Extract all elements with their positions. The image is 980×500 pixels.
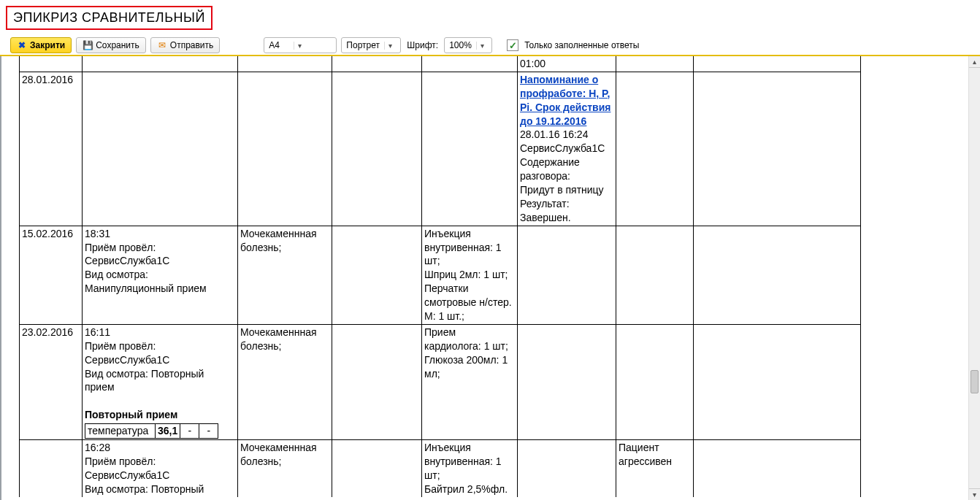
page-title-text: ЭПИКРИЗ СРАВНИТЕЛЬНЫЙ: [13, 10, 205, 25]
cut-time: 01:00: [520, 58, 545, 69]
document-area: 01:00 28.01.2016 Напоминание о профработ…: [0, 56, 980, 500]
cell-c8: [694, 72, 861, 226]
chevron-down-icon: ▾: [294, 42, 305, 50]
scroll-down-icon[interactable]: ▾: [969, 488, 980, 500]
page-title: ЭПИКРИЗ СРАВНИТЕЛЬНЫЙ: [6, 6, 213, 30]
filled-only-checkbox[interactable]: ✓: [507, 39, 518, 51]
zoom-select[interactable]: 100% ▾: [444, 37, 492, 53]
table-row: 28.01.2016 Напоминание о профработе: H, …: [20, 72, 861, 226]
cell-diagnosis: [238, 72, 332, 226]
cell-reception: 16:11 Приём провёл: СервисСлужба1С Вид о…: [83, 324, 238, 439]
vital-dash: -: [180, 424, 199, 439]
font-label: Шрифт:: [405, 40, 440, 50]
vital-dash: -: [199, 424, 218, 439]
cell-c7: Пациент агрессивен: [616, 440, 694, 497]
zoom-value: 100%: [445, 40, 476, 50]
filled-only-label: Только заполненные ответы: [523, 40, 640, 50]
cell-treatment: Инъекция внутривенная: 1 шт; Байтрил 2,5…: [422, 440, 518, 497]
cell-date: 23.02.2016: [20, 324, 83, 439]
envelope-icon: ✉: [157, 40, 167, 50]
cell-treatment: [422, 72, 518, 226]
table-row: 16:28 Приём провёл: СервисСлужба1С Вид о…: [20, 440, 861, 497]
table-row: 15.02.2016 18:31 Приём провёл: СервисСлу…: [20, 226, 861, 324]
note-text: 28.01.16 16:24 СервисСлужба1С Содержание…: [520, 128, 605, 223]
sub-header: Повторный прием: [85, 409, 177, 420]
cell-notes: [518, 440, 616, 497]
save-button[interactable]: 💾 Сохранить: [76, 37, 146, 53]
paper-size-select[interactable]: A4 ▾: [264, 37, 337, 53]
cell-c7: [616, 72, 694, 226]
cell-notes: Напоминание о профработе: H, P, Pi. Срок…: [518, 72, 616, 226]
send-button[interactable]: ✉ Отправить: [150, 37, 221, 53]
cell-c4: [332, 440, 422, 497]
cell-c4: [332, 226, 422, 324]
cell-c7: [616, 226, 694, 324]
cell-diagnosis: Мочекаменнная болезнь;: [238, 440, 332, 497]
cell-notes: [518, 324, 616, 439]
close-icon: ✖: [17, 40, 27, 50]
cell-c8: [694, 226, 861, 324]
table-row-cut: 01:00: [20, 56, 861, 72]
cell-reception: 18:31 Приём провёл: СервисСлужба1С Вид о…: [83, 226, 238, 324]
cell-c4: [332, 72, 422, 226]
cell-c4: [332, 324, 422, 439]
cell-reception: 16:28 Приём провёл: СервисСлужба1С Вид о…: [83, 440, 238, 497]
chevron-down-icon: ▾: [384, 42, 396, 50]
vital-label: температура: [85, 424, 156, 439]
cut-time-cell: 01:00: [518, 56, 616, 72]
toolbar: ✖ Закрити 💾 Сохранить ✉ Отправить A4 ▾ П…: [10, 36, 640, 54]
cell-treatment: Прием кардиолога: 1 шт; Глюкоза 200мл: 1…: [422, 324, 518, 439]
paper-size-value: A4: [264, 40, 294, 50]
cell-c8: [694, 324, 861, 439]
close-button[interactable]: ✖ Закрити: [10, 37, 72, 53]
vitals-table: температура 36,1 - -: [85, 423, 218, 439]
vertical-scrollbar[interactable]: ▴ ▾: [968, 56, 980, 500]
cell-diagnosis: Мочекаменнная болезнь;: [238, 324, 332, 439]
floppy-icon: 💾: [83, 40, 93, 50]
cell-date: 15.02.2016: [20, 226, 83, 324]
table-row: 23.02.2016 16:11 Приём провёл: СервисСлу…: [20, 324, 861, 439]
cell-c8: [694, 440, 861, 497]
cell-notes: [518, 226, 616, 324]
epicrisis-table: 01:00 28.01.2016 Напоминание о профработ…: [19, 56, 861, 497]
cell-diagnosis: Мочекаменнная болезнь;: [238, 226, 332, 324]
orientation-select[interactable]: Портрет ▾: [341, 37, 401, 53]
close-label: Закрити: [30, 40, 65, 50]
orientation-value: Портрет: [342, 40, 384, 50]
reception-text: 16:11 Приём провёл: СервисСлужба1С Вид о…: [85, 326, 204, 393]
cell-c7: [616, 324, 694, 439]
reminder-link[interactable]: Напоминание о профработе: H, P, Pi. Срок…: [520, 74, 610, 127]
cell-date: [20, 440, 83, 497]
vital-value: 36,1: [156, 424, 180, 439]
cell-date: 28.01.2016: [20, 72, 83, 226]
save-label: Сохранить: [96, 40, 139, 50]
send-label: Отправить: [170, 40, 214, 50]
scroll-thumb[interactable]: [971, 370, 979, 393]
cell-reception: [83, 72, 238, 226]
chevron-down-icon: ▾: [476, 42, 488, 50]
scroll-up-icon[interactable]: ▴: [969, 56, 980, 68]
cell-treatment: Инъекция внутривенная: 1 шт; Шприц 2мл: …: [422, 226, 518, 324]
